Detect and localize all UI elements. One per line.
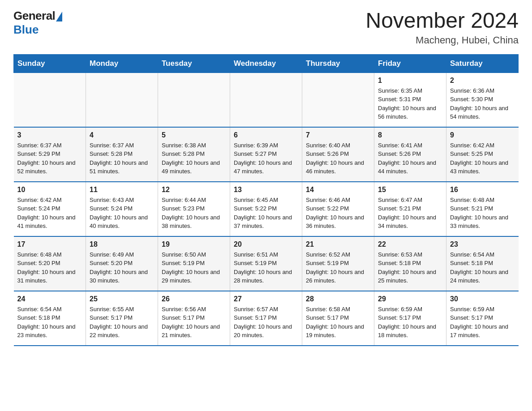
day-cell: 4Sunrise: 6:37 AM Sunset: 5:28 PM Daylig…	[86, 127, 158, 182]
day-info: Sunrise: 6:48 AM Sunset: 5:21 PM Dayligh…	[450, 197, 508, 230]
day-info: Sunrise: 6:54 AM Sunset: 5:18 PM Dayligh…	[450, 251, 508, 284]
day-info: Sunrise: 6:53 AM Sunset: 5:18 PM Dayligh…	[378, 251, 436, 284]
day-number: 27	[234, 295, 298, 303]
day-number: 30	[450, 295, 515, 303]
day-number: 17	[17, 240, 82, 248]
day-cell	[302, 73, 374, 127]
day-cell: 8Sunrise: 6:41 AM Sunset: 5:26 PM Daylig…	[374, 127, 446, 182]
title-block: November 2024 Macheng, Hubei, China	[365, 9, 519, 46]
day-cell: 17Sunrise: 6:48 AM Sunset: 5:20 PM Dayli…	[14, 236, 86, 291]
day-number: 26	[162, 295, 226, 303]
day-info: Sunrise: 6:42 AM Sunset: 5:24 PM Dayligh…	[17, 197, 76, 230]
day-cell: 13Sunrise: 6:45 AM Sunset: 5:22 PM Dayli…	[230, 182, 302, 236]
day-number: 2	[450, 77, 515, 85]
day-cell: 18Sunrise: 6:49 AM Sunset: 5:20 PM Dayli…	[86, 236, 158, 291]
day-info: Sunrise: 6:51 AM Sunset: 5:19 PM Dayligh…	[234, 251, 292, 284]
day-number: 1	[378, 77, 442, 85]
day-info: Sunrise: 6:44 AM Sunset: 5:23 PM Dayligh…	[162, 197, 220, 230]
day-number: 18	[90, 240, 154, 248]
day-info: Sunrise: 6:55 AM Sunset: 5:17 PM Dayligh…	[90, 306, 148, 339]
day-cell	[86, 73, 158, 127]
day-cell: 22Sunrise: 6:53 AM Sunset: 5:18 PM Dayli…	[374, 236, 446, 291]
day-number: 20	[234, 240, 298, 248]
day-cell: 30Sunrise: 6:59 AM Sunset: 5:17 PM Dayli…	[446, 291, 519, 346]
header-cell-wednesday: Wednesday	[230, 54, 302, 73]
day-cell: 26Sunrise: 6:56 AM Sunset: 5:17 PM Dayli…	[158, 291, 230, 346]
day-cell	[230, 73, 302, 127]
day-info: Sunrise: 6:43 AM Sunset: 5:24 PM Dayligh…	[90, 197, 148, 230]
logo: General Blue	[13, 9, 62, 37]
week-row-4: 17Sunrise: 6:48 AM Sunset: 5:20 PM Dayli…	[14, 236, 519, 291]
day-number: 21	[306, 240, 370, 248]
day-info: Sunrise: 6:35 AM Sunset: 5:31 PM Dayligh…	[378, 87, 436, 120]
day-info: Sunrise: 6:45 AM Sunset: 5:22 PM Dayligh…	[234, 197, 292, 230]
day-number: 4	[90, 131, 154, 139]
day-info: Sunrise: 6:40 AM Sunset: 5:26 PM Dayligh…	[306, 142, 364, 175]
day-cell: 28Sunrise: 6:58 AM Sunset: 5:17 PM Dayli…	[302, 291, 374, 346]
day-number: 10	[17, 186, 82, 194]
day-cell: 3Sunrise: 6:37 AM Sunset: 5:29 PM Daylig…	[14, 127, 86, 182]
day-cell: 25Sunrise: 6:55 AM Sunset: 5:17 PM Dayli…	[86, 291, 158, 346]
day-cell	[158, 73, 230, 127]
day-number: 6	[234, 131, 298, 139]
day-info: Sunrise: 6:57 AM Sunset: 5:17 PM Dayligh…	[234, 306, 292, 339]
day-number: 14	[306, 186, 370, 194]
day-cell: 23Sunrise: 6:54 AM Sunset: 5:18 PM Dayli…	[446, 236, 519, 291]
header-cell-tuesday: Tuesday	[158, 54, 230, 73]
day-cell: 14Sunrise: 6:46 AM Sunset: 5:22 PM Dayli…	[302, 182, 374, 236]
day-cell: 19Sunrise: 6:50 AM Sunset: 5:19 PM Dayli…	[158, 236, 230, 291]
day-number: 29	[378, 295, 442, 303]
day-cell: 7Sunrise: 6:40 AM Sunset: 5:26 PM Daylig…	[302, 127, 374, 182]
day-number: 7	[306, 131, 370, 139]
day-info: Sunrise: 6:36 AM Sunset: 5:30 PM Dayligh…	[450, 87, 508, 120]
day-number: 16	[450, 186, 515, 194]
day-cell: 21Sunrise: 6:52 AM Sunset: 5:19 PM Dayli…	[302, 236, 374, 291]
day-number: 5	[162, 131, 226, 139]
day-info: Sunrise: 6:50 AM Sunset: 5:19 PM Dayligh…	[162, 251, 220, 284]
day-number: 19	[162, 240, 226, 248]
day-number: 28	[306, 295, 370, 303]
day-info: Sunrise: 6:37 AM Sunset: 5:28 PM Dayligh…	[90, 142, 148, 175]
logo-blue-text: Blue	[13, 23, 39, 37]
day-info: Sunrise: 6:59 AM Sunset: 5:17 PM Dayligh…	[450, 306, 508, 339]
logo-general-text: General	[13, 9, 55, 23]
logo-triangle-icon	[56, 12, 62, 21]
header-cell-friday: Friday	[374, 54, 446, 73]
day-cell: 2Sunrise: 6:36 AM Sunset: 5:30 PM Daylig…	[446, 73, 519, 127]
day-info: Sunrise: 6:37 AM Sunset: 5:29 PM Dayligh…	[17, 142, 76, 175]
day-info: Sunrise: 6:56 AM Sunset: 5:17 PM Dayligh…	[162, 306, 220, 339]
day-cell: 12Sunrise: 6:44 AM Sunset: 5:23 PM Dayli…	[158, 182, 230, 236]
day-cell: 29Sunrise: 6:59 AM Sunset: 5:17 PM Dayli…	[374, 291, 446, 346]
calendar-body: 1Sunrise: 6:35 AM Sunset: 5:31 PM Daylig…	[14, 73, 519, 346]
header-cell-monday: Monday	[86, 54, 158, 73]
week-row-5: 24Sunrise: 6:54 AM Sunset: 5:18 PM Dayli…	[14, 291, 519, 346]
day-info: Sunrise: 6:38 AM Sunset: 5:28 PM Dayligh…	[162, 142, 220, 175]
header-row: SundayMondayTuesdayWednesdayThursdayFrid…	[14, 54, 519, 73]
day-number: 23	[450, 240, 515, 248]
header-cell-thursday: Thursday	[302, 54, 374, 73]
day-cell: 1Sunrise: 6:35 AM Sunset: 5:31 PM Daylig…	[374, 73, 446, 127]
day-info: Sunrise: 6:49 AM Sunset: 5:20 PM Dayligh…	[90, 251, 148, 284]
day-cell: 11Sunrise: 6:43 AM Sunset: 5:24 PM Dayli…	[86, 182, 158, 236]
day-cell: 27Sunrise: 6:57 AM Sunset: 5:17 PM Dayli…	[230, 291, 302, 346]
day-cell: 20Sunrise: 6:51 AM Sunset: 5:19 PM Dayli…	[230, 236, 302, 291]
day-info: Sunrise: 6:42 AM Sunset: 5:25 PM Dayligh…	[450, 142, 508, 175]
calendar-table: SundayMondayTuesdayWednesdayThursdayFrid…	[13, 54, 519, 346]
day-info: Sunrise: 6:41 AM Sunset: 5:26 PM Dayligh…	[378, 142, 436, 175]
day-number: 25	[90, 295, 154, 303]
header-cell-saturday: Saturday	[446, 54, 519, 73]
page-header: General Blue November 2024 Macheng, Hube…	[13, 9, 519, 46]
week-row-1: 1Sunrise: 6:35 AM Sunset: 5:31 PM Daylig…	[14, 73, 519, 127]
day-info: Sunrise: 6:46 AM Sunset: 5:22 PM Dayligh…	[306, 197, 364, 230]
header-cell-sunday: Sunday	[14, 54, 86, 73]
day-info: Sunrise: 6:52 AM Sunset: 5:19 PM Dayligh…	[306, 251, 364, 284]
day-number: 24	[17, 295, 82, 303]
day-info: Sunrise: 6:39 AM Sunset: 5:27 PM Dayligh…	[234, 142, 292, 175]
page-title: November 2024	[365, 9, 519, 33]
day-info: Sunrise: 6:48 AM Sunset: 5:20 PM Dayligh…	[17, 251, 76, 284]
week-row-2: 3Sunrise: 6:37 AM Sunset: 5:29 PM Daylig…	[14, 127, 519, 182]
day-number: 13	[234, 186, 298, 194]
day-info: Sunrise: 6:59 AM Sunset: 5:17 PM Dayligh…	[378, 306, 436, 339]
day-info: Sunrise: 6:47 AM Sunset: 5:21 PM Dayligh…	[378, 197, 436, 230]
day-number: 12	[162, 186, 226, 194]
